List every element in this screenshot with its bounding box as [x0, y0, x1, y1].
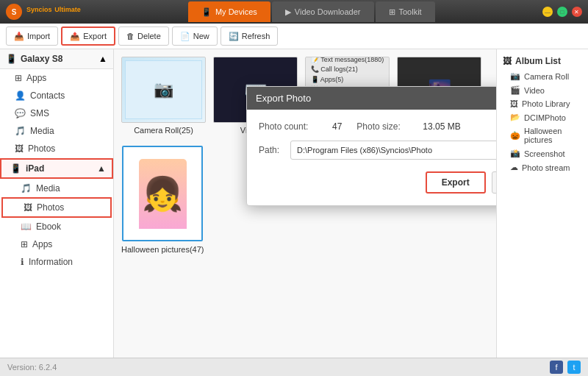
album-item-screenshot[interactable]: 📸 Screenshot — [497, 146, 588, 160]
modal-cancel-button[interactable]: Cancel — [492, 171, 496, 194]
album-item-camera-roll[interactable]: 📷 Camera Roll — [497, 69, 588, 83]
delete-icon: 🗑 — [126, 32, 135, 40]
ipad-expand-icon: ▲ — [97, 163, 106, 174]
modal-actions: Export Cancel — [259, 171, 496, 194]
sidebar-item-media[interactable]: 🎵 Media — [0, 122, 113, 140]
apps-icon: ⊞ — [15, 73, 22, 83]
content-area: 📷 Camera Roll(25) ⌨️ Video(1) 📝 Text mes… — [114, 49, 496, 358]
album-item-photo-stream[interactable]: ☁ Photo stream — [497, 160, 588, 174]
screenshot-icon: 📸 — [510, 149, 520, 158]
import-button[interactable]: 📥 Import — [6, 26, 58, 46]
minimize-button[interactable]: — — [542, 7, 553, 17]
photos-icon: 🖼 — [15, 143, 24, 154]
ipad-icon: 📱 — [10, 163, 21, 174]
contacts-icon: 👤 — [15, 91, 26, 101]
nav-video-downloader[interactable]: ▶ Video Downloader — [272, 1, 374, 22]
album-list-header: 🖼 Album List — [497, 53, 588, 69]
sms-icon: 💬 — [15, 108, 26, 118]
refresh-icon: 🔄 — [229, 32, 239, 41]
halloween-album-thumb: 👧 — [122, 146, 203, 241]
export-icon: 📤 — [70, 32, 80, 41]
modal-body: Photo count: 47 Photo size: 13.05 MB Pat… — [247, 110, 496, 205]
album-item-photo-library[interactable]: 🖼 Photo Library — [497, 97, 588, 110]
device-galaxy-s8[interactable]: 📱 Galaxy S8 ▲ — [0, 49, 113, 69]
dcim-icon: 📂 — [510, 113, 520, 122]
sidebar-item-photos[interactable]: 🖼 Photos — [0, 140, 113, 157]
photo-stream-icon: ☁ — [510, 163, 518, 172]
path-input[interactable] — [290, 141, 496, 160]
modal-info-row: Photo count: 47 Photo size: 13.05 MB — [259, 121, 496, 132]
sidebar-group-ipad[interactable]: 📱 iPad ▲ — [0, 158, 113, 179]
modal-export-button[interactable]: Export — [426, 171, 486, 194]
sidebar-item-ipad-media[interactable]: 🎵 Media — [0, 180, 113, 197]
modal-path-row: Path: Browse — [259, 141, 496, 160]
album-sidebar: 🖼 Album List 📷 Camera Roll 🎬 Video 🖼 Pho… — [496, 49, 588, 358]
ipad-photos-icon: 🖼 — [24, 202, 32, 213]
photo-library-icon: 🖼 — [510, 99, 518, 108]
delete-button[interactable]: 🗑 Delete — [118, 26, 169, 46]
modal-header: Export Photo ✕ — [247, 87, 496, 110]
sidebar-item-sms[interactable]: 💬 SMS — [0, 104, 113, 122]
info-icon: ℹ — [21, 257, 24, 267]
twitter-icon[interactable]: t — [567, 361, 581, 374]
sidebar-item-ebook[interactable]: 📖 Ebook — [0, 218, 113, 235]
import-icon: 📥 — [14, 32, 24, 41]
export-modal: Export Photo ✕ Photo count: 47 Photo siz… — [246, 86, 496, 206]
sidebar-item-contacts[interactable]: 👤 Contacts — [0, 87, 113, 104]
close-button[interactable]: ✕ — [572, 7, 582, 17]
video-icon: 🎬 — [510, 85, 520, 95]
toolbar: 📥 Import 📤 Export 🗑 Delete 📄 New 🔄 Refre… — [0, 24, 588, 49]
version-text: Version: 6.2.4 — [7, 363, 57, 372]
anime-figure: 👧 — [139, 159, 187, 229]
nav-bar: 📱 My Devices ▶ Video Downloader ⊞ Toolki… — [188, 1, 435, 22]
new-button[interactable]: 📄 New — [172, 26, 218, 46]
social-icons: f t — [550, 361, 581, 374]
main-area: 📱 Galaxy S8 ▲ ⊞ Apps 👤 Contacts 💬 SMS 🎵 … — [0, 49, 588, 358]
ebook-icon: 📖 — [21, 221, 32, 232]
titlebar: S Syncios Ultimate 📱 My Devices ▶ Video … — [0, 0, 588, 24]
play-icon: ▶ — [285, 7, 291, 17]
export-button[interactable]: 📤 Export — [61, 26, 115, 46]
halloween-icon: 🎃 — [510, 131, 520, 141]
ipad-apps-icon: ⊞ — [21, 239, 28, 249]
new-icon: 📄 — [180, 32, 190, 41]
nav-my-devices[interactable]: 📱 My Devices — [188, 1, 270, 22]
app-name: Syncios Ultimate — [26, 6, 81, 18]
photo-item-camera-roll[interactable]: 📷 Camera Roll(25) — [121, 57, 206, 135]
device-icon: 📱 — [6, 54, 17, 64]
media-icon: 🎵 — [15, 126, 26, 136]
refresh-button[interactable]: 🔄 Refresh — [220, 26, 279, 46]
facebook-icon[interactable]: f — [550, 361, 563, 374]
sidebar: 📱 Galaxy S8 ▲ ⊞ Apps 👤 Contacts 💬 SMS 🎵 … — [0, 49, 114, 358]
maximize-button[interactable]: □ — [557, 7, 567, 17]
camera-roll-icon: 📷 — [510, 71, 520, 81]
album-item-dcim[interactable]: 📂 DCIMPhoto — [497, 110, 588, 124]
album-list-icon: 🖼 — [503, 56, 512, 66]
sidebar-item-ipad-photos[interactable]: 🖼 Photos — [1, 197, 112, 218]
sidebar-item-information[interactable]: ℹ Information — [0, 253, 113, 271]
app-logo: S — [6, 4, 22, 20]
statusbar: Version: 6.2.4 f t — [0, 358, 588, 376]
window-controls: — □ ✕ — [542, 7, 582, 17]
phone-icon: 📱 — [201, 7, 212, 17]
album-item-video[interactable]: 🎬 Video — [497, 83, 588, 97]
ipad-media-icon: 🎵 — [21, 183, 32, 194]
camera-roll-thumb: 📷 — [121, 57, 206, 123]
collapse-icon: ▲ — [98, 54, 107, 64]
titlebar-left: S Syncios Ultimate — [6, 4, 81, 20]
halloween-album-item[interactable]: 👧 Halloween pictures(47) — [121, 146, 204, 254]
toolkit-icon: ⊞ — [389, 7, 395, 17]
sidebar-item-ipad-apps[interactable]: ⊞ Apps — [0, 235, 113, 253]
album-item-halloween[interactable]: 🎃 Halloween pictures — [497, 124, 588, 146]
sidebar-item-apps[interactable]: ⊞ Apps — [0, 69, 113, 87]
nav-toolkit[interactable]: ⊞ Toolkit — [376, 1, 435, 22]
